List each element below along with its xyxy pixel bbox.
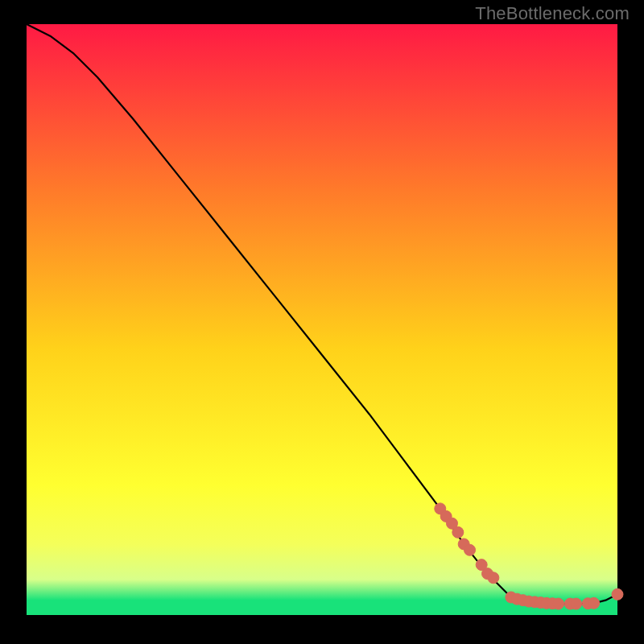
bottleneck-curve <box>27 24 617 604</box>
highlight-marker <box>571 598 582 609</box>
highlight-marker <box>612 588 623 600</box>
highlight-marker <box>588 597 600 609</box>
curve-layer <box>27 24 617 615</box>
highlight-marker <box>553 598 564 609</box>
highlight-marker <box>452 526 464 538</box>
plot-area <box>27 24 617 615</box>
highlight-marker <box>488 572 499 584</box>
highlight-markers <box>435 503 623 609</box>
attribution-text: TheBottleneck.com <box>475 3 630 24</box>
highlight-marker <box>464 544 476 555</box>
